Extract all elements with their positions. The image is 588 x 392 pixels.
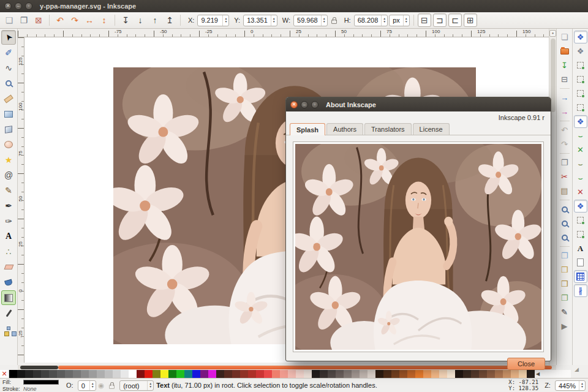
spiral-tool-button[interactable]: @: [1, 168, 16, 183]
y-field-spinner[interactable]: ▲▼: [271, 15, 277, 26]
w-field[interactable]: 59.968▲▼: [293, 15, 328, 26]
rectangle-tool-button[interactable]: [1, 107, 16, 121]
lower-one-step-button[interactable]: ↓: [134, 13, 147, 27]
x-field[interactable]: 9.219▲▼: [197, 15, 229, 26]
move-as-group-button[interactable]: ⊟: [418, 13, 431, 27]
layer-value[interactable]: (root): [120, 381, 147, 390]
snap-path-button[interactable]: ⌣: [574, 129, 587, 142]
zoom-spinner[interactable]: ▲▼: [579, 381, 585, 390]
opacity-field[interactable]: 0▲▼: [78, 380, 96, 391]
undo-button[interactable]: ↶: [558, 124, 571, 137]
affect-stroke-button[interactable]: ⊐: [433, 13, 447, 27]
snap-grid-button[interactable]: [574, 270, 587, 283]
lower-to-bottom-button[interactable]: ↧: [119, 13, 132, 27]
palette-swatch[interactable]: [129, 370, 137, 378]
cut-button[interactable]: ✂: [558, 170, 571, 183]
snap-smooth-nodes-button[interactable]: ⌣: [574, 172, 587, 184]
snap-node-corner-button[interactable]: [574, 228, 587, 241]
tab-license[interactable]: License: [413, 123, 450, 135]
flip-horizontal-button[interactable]: ↔: [83, 13, 96, 27]
tab-authors[interactable]: Authors: [326, 123, 363, 135]
palette-swatch[interactable]: [272, 370, 280, 378]
opacity-value[interactable]: 0: [78, 381, 89, 390]
layer-select[interactable]: (root)▲▼: [119, 380, 154, 391]
zoom-field[interactable]: 445%▲▼: [555, 380, 586, 391]
palette-swatch[interactable]: [256, 370, 264, 378]
zoom-value[interactable]: 445%: [556, 381, 579, 390]
palette-swatch[interactable]: [121, 370, 129, 378]
dropper-tool-button[interactable]: [1, 306, 16, 320]
horizontal-ruler[interactable]: -75-50-250255075100125150: [18, 29, 549, 37]
w-field-value[interactable]: 59.968: [294, 15, 321, 26]
palette-swatch[interactable]: [41, 370, 49, 378]
palette-swatch[interactable]: [160, 370, 168, 378]
affect-patterns-button[interactable]: ⊞: [464, 13, 477, 27]
no-color-swatch[interactable]: ✕: [0, 370, 9, 378]
copy-button[interactable]: ❐: [558, 156, 571, 169]
snap-object-centers-button[interactable]: ❖: [574, 200, 587, 213]
redo-button[interactable]: ↷: [558, 138, 571, 151]
measure-tool-button[interactable]: [1, 91, 16, 106]
x-field-spinner[interactable]: ▲▼: [222, 15, 228, 26]
snap-page-border-button[interactable]: [574, 256, 587, 269]
palette-swatch[interactable]: [208, 370, 216, 378]
layer-spinner[interactable]: ▲▼: [147, 381, 153, 390]
selector-tool-button[interactable]: ➤: [1, 30, 16, 45]
palette-swatch[interactable]: [216, 370, 224, 378]
tab-translators[interactable]: Translators: [364, 123, 412, 135]
snap-path-intersections-button[interactable]: ✕: [574, 143, 587, 156]
fill-swatch[interactable]: [23, 380, 59, 385]
snap-cusp-nodes-button[interactable]: ⌣: [574, 157, 587, 170]
unit-spinner[interactable]: ▲▼: [403, 15, 409, 26]
palette-swatch[interactable]: [89, 370, 97, 378]
palette-swatch[interactable]: [176, 370, 184, 378]
vertical-ruler[interactable]: 1251007550250-25: [18, 37, 24, 363]
ellipse-tool-button[interactable]: [1, 137, 16, 152]
save-document-button[interactable]: ↧: [558, 59, 571, 72]
eraser-tool-button[interactable]: [1, 260, 16, 274]
palette-swatch[interactable]: [105, 370, 113, 378]
calligraphy-tool-button[interactable]: ✑: [1, 214, 16, 228]
unlink-clone-button[interactable]: ❒: [558, 277, 571, 290]
x-field-value[interactable]: 9.219: [198, 15, 222, 26]
new-document-button[interactable]: ❏: [558, 31, 571, 43]
fill-stroke-dialog-button[interactable]: ✎: [558, 306, 571, 318]
palette-swatch[interactable]: [49, 370, 57, 378]
palette-swatch[interactable]: [33, 370, 41, 378]
palette-swatch[interactable]: [145, 370, 153, 378]
lock-ratio-icon[interactable]: [331, 20, 337, 24]
layer-visibility-icon[interactable]: ◉: [99, 382, 105, 390]
window-close-button[interactable]: ✕: [4, 2, 12, 10]
y-field-value[interactable]: 13.351: [244, 15, 271, 26]
snap-bbox-corners-button[interactable]: [574, 73, 587, 86]
snap-bbox-centers-button[interactable]: [574, 101, 587, 114]
palette-swatch[interactable]: [25, 370, 33, 378]
palette-swatch[interactable]: [57, 370, 65, 378]
palette-swatch[interactable]: [248, 370, 256, 378]
snap-text-baseline-button[interactable]: A: [574, 242, 587, 255]
h-field-spinner[interactable]: ▲▼: [381, 15, 387, 26]
palette-swatch[interactable]: [97, 370, 105, 378]
snap-rotation-centers-button[interactable]: [574, 214, 587, 227]
snap-bbox-button[interactable]: ❖: [574, 45, 587, 58]
palette-swatch[interactable]: [137, 370, 145, 378]
about-dialog-titlebar[interactable]: ✕ – ▫ About Inkscape: [286, 97, 551, 111]
h-field[interactable]: 68.208▲▼: [354, 15, 388, 26]
palette-swatch[interactable]: [113, 370, 121, 378]
zoom-selection-button[interactable]: [558, 203, 571, 216]
palette-swatch[interactable]: [81, 370, 89, 378]
palette-swatch[interactable]: [17, 370, 25, 378]
close-button[interactable]: Close: [507, 358, 545, 370]
raise-to-top-button[interactable]: ↥: [163, 13, 176, 27]
flip-vertical-button[interactable]: ↕: [97, 13, 111, 27]
deselect-button[interactable]: ⊠: [32, 13, 45, 27]
affect-corners-button[interactable]: ⊏: [448, 13, 462, 27]
resize-grip-icon[interactable]: ◢: [575, 366, 579, 372]
palette-swatch[interactable]: [264, 370, 272, 378]
snap-midpoints-button[interactable]: ✕: [574, 186, 587, 198]
gradient-tool-button[interactable]: [1, 290, 16, 305]
dialog-maximize-button[interactable]: ▫: [311, 101, 318, 108]
connector-tool-button[interactable]: [1, 321, 16, 336]
text-tool-button[interactable]: A: [1, 229, 16, 244]
y-field[interactable]: 13.351▲▼: [243, 15, 277, 26]
